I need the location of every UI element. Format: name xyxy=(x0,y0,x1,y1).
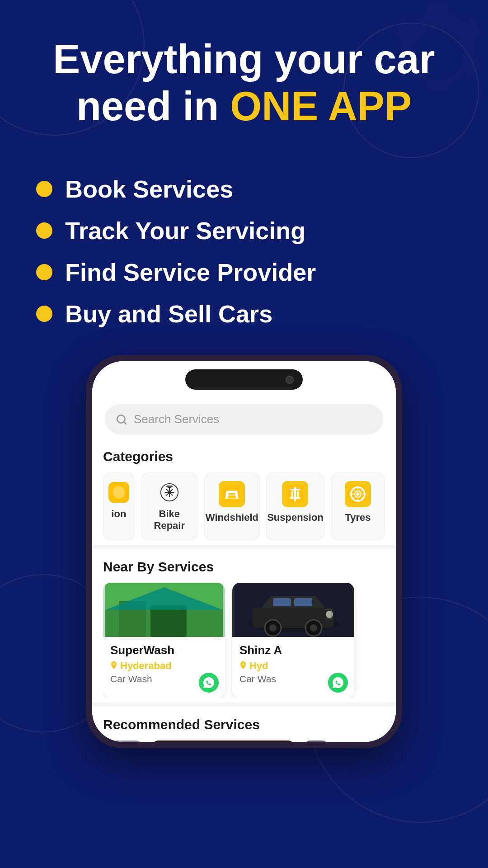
search-placeholder: Search Services xyxy=(134,412,219,426)
divider-1 xyxy=(92,545,396,548)
svg-rect-9 xyxy=(290,489,300,491)
service-card-superwash[interactable]: SuperWash Hyderabad Car Wash xyxy=(103,583,225,698)
svg-line-1 xyxy=(124,422,126,424)
superwash-location-row: Hyderabad xyxy=(110,660,218,672)
search-bar-container: Search Services xyxy=(92,395,396,442)
windshield-label: Windshield xyxy=(206,512,258,524)
search-bar[interactable]: Search Services xyxy=(105,404,383,434)
svg-rect-33 xyxy=(273,598,291,606)
svg-point-39 xyxy=(326,611,333,618)
feature-dot-buy xyxy=(36,306,52,322)
superwash-image xyxy=(103,583,225,637)
svg-point-38 xyxy=(310,624,317,632)
feature-text-track: Track Your Servicing xyxy=(65,217,305,245)
rec-card-partial-right[interactable] xyxy=(303,741,330,742)
feature-text-book: Book Services xyxy=(65,175,233,203)
svg-point-4 xyxy=(168,491,171,494)
partial-left-image xyxy=(103,741,144,742)
svg-rect-34 xyxy=(294,598,312,606)
hero-title-highlight: ONE APP xyxy=(230,84,412,129)
svg-rect-28 xyxy=(150,605,187,637)
feature-dot-book xyxy=(36,181,52,197)
detailing-image: DETAILING MAFIA xyxy=(151,741,296,742)
category-item-suspension[interactable]: Suspension xyxy=(266,472,324,540)
hero-title-line1: Everything your car xyxy=(53,37,435,82)
rec-card-partial-left[interactable]: ashing xyxy=(103,741,144,742)
location-pin-icon-2 xyxy=(239,661,247,670)
categories-section: Categories ion xyxy=(92,442,396,545)
service-cards-row: SuperWash Hyderabad Car Wash xyxy=(103,583,385,698)
feature-text-find: Find Service Provider xyxy=(65,258,316,286)
windshield-icon xyxy=(219,481,245,507)
recommended-cards-row: ashing xyxy=(103,741,385,742)
svg-rect-40 xyxy=(151,741,296,742)
partial-label: ion xyxy=(111,508,126,520)
whatsapp-icon-1 xyxy=(203,677,215,689)
categories-title: Categories xyxy=(103,449,385,464)
category-item-bike-repair[interactable]: Bike Repair xyxy=(141,472,198,540)
phone-camera xyxy=(286,376,294,384)
svg-point-36 xyxy=(269,624,277,632)
app-content: Search Services Categories xyxy=(92,361,396,742)
shinz-location-row: Hyd xyxy=(239,660,347,672)
hero-title-line2: need in xyxy=(76,84,230,129)
rec-card-detailing[interactable]: DETAILING MAFIA The Detailing Mafia Niza… xyxy=(151,741,296,742)
tyres-icon xyxy=(345,481,371,507)
category-item-windshield[interactable]: Windshield xyxy=(204,472,260,540)
category-item-partial[interactable]: ion xyxy=(103,472,135,540)
phone-notch xyxy=(185,369,303,390)
feature-dot-find xyxy=(36,264,52,280)
hero-section: Everything your car need in ONE APP xyxy=(0,0,488,175)
bike-repair-icon xyxy=(158,481,181,504)
partial-icon xyxy=(108,481,130,504)
feature-item-buy: Buy and Sell Cars xyxy=(36,300,272,328)
search-icon xyxy=(116,414,127,425)
phone-container: Search Services Categories xyxy=(0,355,488,748)
feature-text-buy: Buy and Sell Cars xyxy=(65,300,272,328)
categories-row: ion xyxy=(103,472,385,540)
partial-right-image xyxy=(303,741,330,742)
svg-rect-12 xyxy=(297,491,299,497)
superwash-name: SuperWash xyxy=(110,643,218,657)
location-pin-icon-1 xyxy=(110,661,117,670)
suspension-label: Suspension xyxy=(267,512,324,524)
service-card-shinz[interactable]: Shinz A Hyd Car Was xyxy=(232,583,354,698)
phone-frame: Search Services Categories xyxy=(86,355,402,748)
shinz-name: Shinz A xyxy=(239,643,347,657)
feature-item-book: Book Services xyxy=(36,175,233,203)
tyres-label: Tyres xyxy=(345,512,371,524)
svg-rect-11 xyxy=(291,491,293,497)
superwash-whatsapp-btn[interactable] xyxy=(199,673,219,693)
shinz-image xyxy=(232,583,354,637)
feature-item-find: Find Service Provider xyxy=(36,258,316,286)
divider-2 xyxy=(92,703,396,706)
bike-repair-label: Bike Repair xyxy=(148,508,191,532)
svg-point-16 xyxy=(357,493,360,496)
nearby-title: Near By Services xyxy=(103,559,385,575)
superwash-location: Hyderabad xyxy=(120,660,172,672)
feature-dot-track xyxy=(36,222,52,239)
shinz-whatsapp-btn[interactable] xyxy=(328,673,348,693)
category-item-tyres[interactable]: Tyres xyxy=(331,472,385,540)
feature-item-track: Track Your Servicing xyxy=(36,217,305,245)
feature-list: Book Services Track Your Servicing Find … xyxy=(0,175,488,328)
shinz-location: Hyd xyxy=(249,660,268,672)
nearby-section: Near By Services xyxy=(92,552,396,703)
recommended-title: Recommended Services xyxy=(103,717,385,732)
recommended-section: Recommended Services ashing xyxy=(92,710,396,742)
whatsapp-icon-2 xyxy=(332,677,344,689)
hero-title: Everything your car need in ONE APP xyxy=(27,36,461,130)
suspension-icon xyxy=(282,481,308,507)
phone-inner: Search Services Categories xyxy=(92,361,396,742)
svg-rect-10 xyxy=(290,497,300,499)
car-silhouette xyxy=(232,583,354,637)
